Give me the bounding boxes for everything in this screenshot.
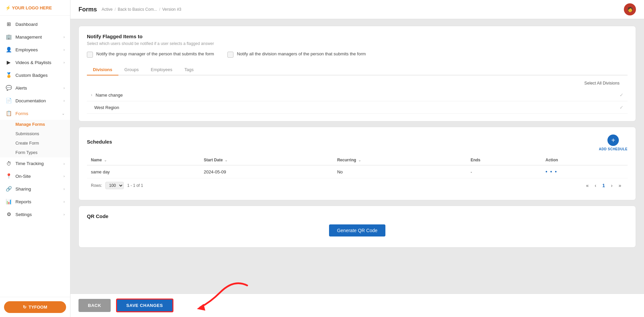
division-left: › Name change [91,93,123,98]
chevron-right-icon: › [63,174,65,178]
page-header: Forms Active / Back to Basics Com... / V… [70,0,644,19]
sidebar-item-create-form[interactable]: Create Form [0,139,70,148]
col-recurring: Recurring ⌄ [333,155,467,165]
settings-icon: ⚙ [5,211,12,217]
header-right: 🧑 [624,3,636,15]
select-all-label: Select All Divisions [584,81,620,86]
rows-label: Rows: [91,183,102,188]
last-page-button[interactable]: » [616,182,624,189]
sort-icon: ⌄ [104,158,107,162]
col-name: Name ⌄ [87,155,200,165]
notify-title: Notify Flagged Items to [87,34,628,39]
reports-icon: 📊 [5,199,12,205]
col-recurring-label: Recurring [337,158,356,162]
tab-employees[interactable]: Employees [145,64,178,75]
prev-page-button[interactable]: ‹ [592,182,599,189]
sidebar-item-management[interactable]: 🏢 Management › [0,31,70,43]
sidebar-item-dashboard[interactable]: ⊞ Dashboard [0,18,70,31]
col-start-date-label: Start Date [204,158,223,162]
division-checkmark: ✓ [620,105,624,110]
sidebar-item-settings[interactable]: ⚙ Settings › [0,208,70,221]
checkbox-manager[interactable] [87,52,93,58]
checkbox-division[interactable] [227,52,233,58]
row-ends: - [467,165,541,178]
col-name-label: Name [91,158,102,162]
col-ends: Ends [467,155,541,165]
row-start-date: 2024-05-09 [200,165,333,178]
qr-title: QR Code [87,213,628,219]
avatar[interactable]: 🧑 [624,3,636,15]
checkbox-row: Notify the group manager of the person t… [87,51,628,58]
sidebar-label-documentation: Documentation [15,98,46,103]
first-page-button[interactable]: « [584,182,591,189]
division-item-west-region: West Region ✓ [87,101,628,114]
division-name-change: Name change [96,93,123,98]
management-icon: 🏢 [5,34,12,40]
schedules-card: Schedules + ADD SCHEDULE Name ⌄ Start Da… [78,127,636,200]
qr-code-card: QR Code Generate QR Code [78,206,636,248]
checkbox-item-division: Notify all the division managers of the … [227,51,366,58]
breadcrumb-version: Version #3 [162,7,181,12]
add-schedule-button[interactable]: + ADD SCHEDULE [599,135,628,151]
sidebar-item-documentation[interactable]: 📄 Documentation › [0,94,70,107]
tab-tags[interactable]: Tags [178,64,200,75]
checkbox-label-division: Notify all the division managers of the … [237,51,366,56]
sort-icon: ⌄ [358,158,361,162]
col-action: Action [541,155,628,165]
page-title: Forms [78,6,97,13]
sidebar-label-forms: Forms [15,111,28,116]
sidebar-item-videos[interactable]: ▶ Videos & Playlists › [0,56,70,69]
tab-divisions[interactable]: Divisions [87,64,118,75]
sidebar-label-reports: Reports [15,199,31,204]
tyfoom-button[interactable]: ↻ TYFOOM [4,301,66,313]
sidebar-item-sharing[interactable]: 🔗 Sharing › [0,182,70,195]
page-nav: « ‹ 1 › » [584,182,624,189]
generate-qr-button[interactable]: Generate QR Code [329,224,386,236]
col-ends-label: Ends [471,158,480,162]
sidebar-item-alerts[interactable]: 💬 Alerts › [0,82,70,94]
sidebar-label-dashboard: Dashboard [15,22,38,27]
row-name: same day [87,165,200,178]
division-chevron-icon: › [91,93,92,97]
rows-per-page-select[interactable]: 100 50 25 [105,182,124,189]
forms-icon: 📋 [5,110,12,116]
sidebar-item-submissions[interactable]: Submissions [0,129,70,139]
logo-text: ⚡ YOUR LOGO HERE [5,5,52,10]
sidebar-label-videos: Videos & Playlists [15,60,51,65]
sidebar-label-on-site: On-Site [15,174,31,179]
back-button[interactable]: BACK [78,299,111,312]
sidebar-item-form-types[interactable]: Form Types [0,148,70,157]
sidebar-label-custom-badges: Custom Badges [15,73,48,78]
current-page-button[interactable]: 1 [600,182,607,189]
sidebar-nav: ⊞ Dashboard 🏢 Management › 👤 Employees ›… [0,16,70,297]
main-area: Forms Active / Back to Basics Com... / V… [70,0,644,317]
sidebar-label-sharing: Sharing [15,187,31,192]
sidebar-item-employees[interactable]: 👤 Employees › [0,43,70,56]
tab-groups[interactable]: Groups [118,64,145,75]
sidebar-item-time-tracking[interactable]: ⏱ Time Tracking › [0,157,70,170]
division-tabs: Divisions Groups Employees Tags [87,64,628,75]
alerts-icon: 💬 [5,85,12,91]
table-row: same day 2024-05-09 No - • • • [87,165,628,178]
checkbox-item-manager: Notify the group manager of the person t… [87,51,214,58]
action-menu-button[interactable]: • • • [545,169,557,174]
chevron-right-icon: › [63,48,65,52]
chevron-right-icon: › [63,86,65,90]
sidebar-item-manage-forms[interactable]: Manage Forms [0,120,70,129]
employees-icon: 👤 [5,47,12,53]
sidebar-item-reports[interactable]: 📊 Reports › [0,195,70,208]
bottom-bar: BACK SAVE CHANGES [70,294,644,317]
sidebar-item-custom-badges[interactable]: 🏅 Custom Badges [0,69,70,82]
pagination-row: Rows: 100 50 25 1 - 1 of 1 « ‹ 1 › » [87,178,628,193]
sidebar-label-settings: Settings [15,212,32,217]
sidebar-item-on-site[interactable]: 📍 On-Site › [0,170,70,182]
checkbox-label-manager: Notify the group manager of the person t… [96,51,214,56]
sidebar-label-management: Management [15,35,42,40]
save-changes-button[interactable]: SAVE CHANGES [116,299,173,312]
division-west-region: West Region [94,105,119,110]
time-tracking-icon: ⏱ [5,161,12,166]
sidebar-item-forms[interactable]: 📋 Forms ⌄ [0,107,70,120]
sidebar-label-alerts: Alerts [15,86,27,91]
next-page-button[interactable]: › [609,182,615,189]
chevron-right-icon: › [63,60,65,64]
